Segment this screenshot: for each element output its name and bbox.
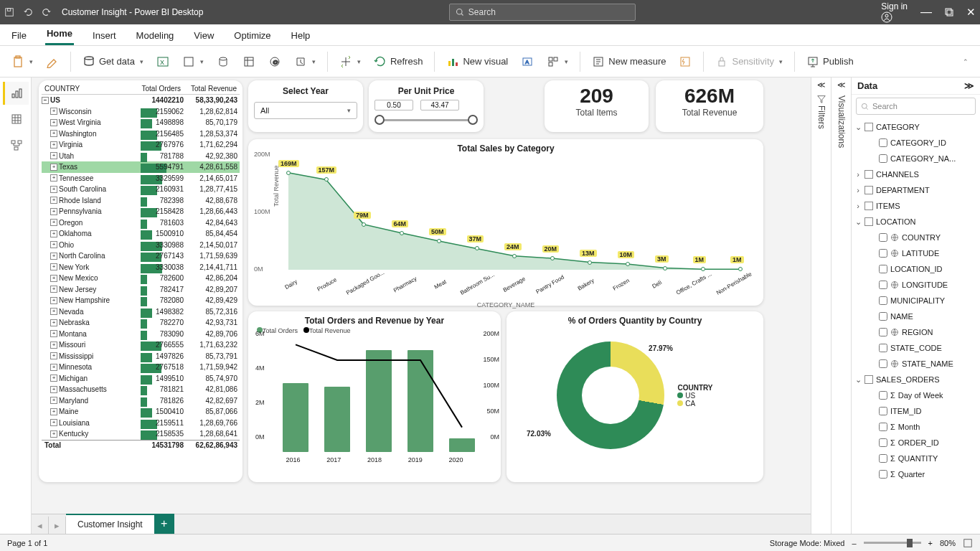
menu-home[interactable]: Home — [45, 25, 74, 45]
collapse-icon[interactable]: − — [42, 97, 49, 104]
matrix-row[interactable]: + Nevada149838285,72,316 — [42, 306, 240, 318]
table-node[interactable]: ⌄ SALES_ORDERS — [854, 372, 977, 387]
text-box-button[interactable]: A — [517, 52, 538, 71]
expand-icon[interactable]: + — [50, 208, 57, 215]
field-node[interactable]: REGION — [854, 324, 977, 340]
field-node[interactable]: COUNTRY — [854, 230, 977, 245]
tab-prev-button[interactable]: ◂ — [32, 517, 49, 534]
expand-icon[interactable]: + — [50, 164, 57, 171]
matrix-row[interactable]: + Michigan149951085,74,970 — [42, 373, 240, 385]
filters-pane-collapsed[interactable]: ≪ Filters — [811, 77, 831, 534]
matrix-row[interactable]: + West Virginia149889885,70,179 — [42, 117, 240, 128]
range-max[interactable]: 43.47 — [420, 100, 459, 110]
data-view-button[interactable] — [3, 108, 29, 131]
expand-data-icon[interactable]: ≫ — [964, 80, 974, 91]
field-node[interactable]: STATE_NAME — [854, 356, 977, 372]
expand-icon[interactable]: + — [50, 397, 57, 404]
field-node[interactable]: STATE_CODE — [854, 340, 977, 356]
matrix-row[interactable]: + Ohio33309882,14,50,017 — [42, 240, 240, 251]
enter-data-button[interactable] — [238, 52, 260, 71]
expand-icon[interactable]: + — [50, 375, 57, 382]
field-node[interactable]: ITEM_ID — [854, 403, 977, 419]
field-node[interactable]: MUNICIPALITY — [854, 293, 977, 309]
format-painter-button[interactable] — [42, 52, 63, 71]
sales-by-category-chart[interactable]: Total Sales by Category Total Revenue 0M… — [248, 139, 763, 306]
page-tab[interactable]: Customer Insight — [66, 514, 154, 534]
matrix-row[interactable]: + Mississippi149782685,73,791 — [42, 351, 240, 362]
fields-search[interactable]: Search — [856, 98, 976, 115]
maximize-icon[interactable] — [945, 8, 953, 17]
matrix-row[interactable]: + Oregon78160342,84,643 — [42, 217, 240, 229]
field-node[interactable]: LONGITUDE — [854, 277, 977, 293]
quick-measure-button[interactable] — [674, 52, 696, 71]
menu-view[interactable]: View — [192, 27, 215, 45]
range-track[interactable] — [379, 119, 473, 121]
menu-optimize[interactable]: Optimize — [232, 27, 272, 45]
year-dropdown[interactable]: All▾ — [254, 102, 357, 119]
expand-icon[interactable]: + — [50, 108, 57, 115]
matrix-row[interactable]: + Massachusetts78182142,81,086 — [42, 384, 240, 395]
matrix-row[interactable]: + Utah78178842,92,380 — [42, 151, 240, 162]
table-node[interactable]: ⌄ CATEGORY — [854, 119, 977, 135]
expand-icon[interactable]: + — [50, 241, 57, 248]
expand-icon[interactable]: + — [50, 342, 57, 349]
expand-icon[interactable]: + — [50, 386, 57, 393]
expand-icon[interactable]: + — [50, 130, 57, 137]
orders-revenue-by-year-chart[interactable]: Total Orders and Revenue by Year Total O… — [248, 311, 501, 482]
matrix-row[interactable]: + Minnesota27675181,71,59,942 — [42, 362, 240, 373]
orders-by-country-donut[interactable]: % of Orders Quantity by Country 72.03% 2… — [507, 311, 763, 482]
expand-icon[interactable]: + — [50, 152, 57, 159]
refresh-button[interactable]: Refresh — [369, 52, 428, 71]
zoom-slider[interactable] — [864, 542, 921, 544]
field-node[interactable]: Σ QUANTITY — [854, 451, 977, 466]
dataverse-button[interactable]: @ — [264, 52, 286, 71]
matrix-row[interactable]: + New York33300382,14,41,711 — [42, 262, 240, 273]
matrix-row[interactable]: + Tennessee33295992,14,65,017 — [42, 173, 240, 184]
matrix-row[interactable]: + Rhode Island78239842,88,678 — [42, 195, 240, 207]
matrix-row[interactable]: + Montana78309042,89,706 — [42, 329, 240, 340]
matrix-row[interactable]: + New Jersey78241742,89,207 — [42, 284, 240, 296]
zoom-out-button[interactable]: – — [852, 539, 856, 547]
expand-icon[interactable]: + — [50, 219, 57, 226]
matrix-row[interactable]: + New Hampshire78208042,89,429 — [42, 295, 240, 306]
expand-icon[interactable]: + — [50, 297, 57, 304]
expand-icon[interactable]: + — [50, 430, 57, 438]
matrix-row[interactable]: + Maryland78182642,82,697 — [42, 395, 240, 407]
kpi-total-items[interactable]: 209Total Items — [545, 80, 649, 132]
per-unit-price-slicer[interactable]: Per Unit Price 0.5043.47 — [369, 80, 484, 132]
visualizations-pane-collapsed[interactable]: ≪ Visualizations — [831, 77, 851, 534]
expand-icon[interactable]: + — [50, 275, 57, 282]
report-view-button[interactable] — [3, 82, 29, 105]
tab-next-button[interactable]: ▸ — [49, 517, 66, 534]
expand-viz-icon[interactable]: ≪ — [837, 80, 846, 90]
expand-icon[interactable]: + — [50, 141, 57, 149]
field-node[interactable]: Σ Quarter — [854, 466, 977, 482]
minimize-icon[interactable]: — — [920, 6, 932, 19]
field-node[interactable]: CATEGORY_NA... — [854, 151, 977, 166]
field-node[interactable]: NAME — [854, 309, 977, 324]
get-data-button[interactable]: Get data▾ — [78, 52, 148, 71]
matrix-row[interactable]: + Texas55947914,28,61,558 — [42, 161, 240, 173]
menu-file[interactable]: File — [10, 27, 28, 45]
range-min[interactable]: 0.50 — [374, 100, 413, 110]
sql-source-button[interactable] — [212, 52, 234, 71]
matrix-row[interactable]: + Maine150041085,87,066 — [42, 406, 240, 418]
expand-icon[interactable]: + — [50, 364, 57, 371]
sign-in-button[interactable]: Sign in — [881, 1, 908, 23]
field-node[interactable]: Σ Month — [854, 419, 977, 435]
fit-page-icon[interactable] — [963, 538, 973, 548]
expand-icon[interactable]: + — [50, 230, 57, 237]
model-view-button[interactable] — [3, 133, 29, 156]
transform-button[interactable]: ▾ — [335, 52, 365, 71]
redo-icon[interactable] — [42, 7, 52, 17]
matrix-row[interactable]: + Missouri27665551,71,63,232 — [42, 339, 240, 351]
expand-filters-icon[interactable]: ≪ — [817, 80, 826, 90]
undo-icon[interactable] — [23, 7, 33, 17]
matrix-row[interactable]: + Wisconsin21590621,28,62,814 — [42, 106, 240, 118]
add-page-button[interactable]: + — [154, 514, 174, 534]
matrix-row[interactable]: + Oklahoma150091085,84,454 — [42, 228, 240, 240]
menu-modeling[interactable]: Modeling — [135, 27, 176, 45]
expand-icon[interactable]: + — [50, 319, 57, 326]
expand-icon[interactable]: + — [50, 352, 57, 359]
expand-icon[interactable]: + — [50, 197, 57, 204]
